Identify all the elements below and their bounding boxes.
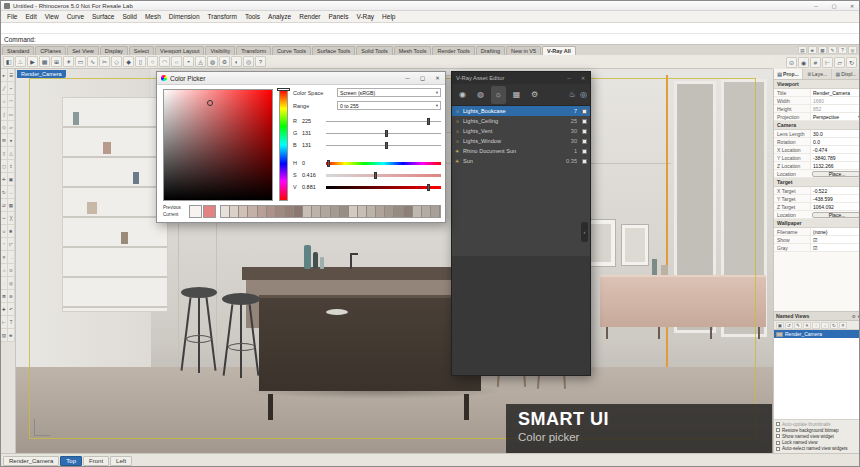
history-toggle-icon[interactable]: ↻ xyxy=(846,57,857,68)
color-picker-titlebar[interactable]: Color Picker ─ ▢ ✕ xyxy=(157,72,445,85)
refresh-thumbnails-icon[interactable]: ↻ xyxy=(830,322,838,329)
vray-interactive-render-icon[interactable]: ▶ xyxy=(27,56,38,67)
toolbar-tab[interactable]: CPlanes xyxy=(35,46,66,55)
menu-item[interactable]: Solid xyxy=(118,12,140,21)
light-enabled-checkbox[interactable] xyxy=(582,159,587,164)
palette-swatch[interactable] xyxy=(404,206,413,217)
vray-settings-icon[interactable]: ⚙ xyxy=(219,56,230,67)
palette-swatch[interactable] xyxy=(340,206,349,217)
light-intensity-value[interactable]: 1 xyxy=(561,148,577,154)
palette-swatch[interactable] xyxy=(312,206,321,217)
vray-dome-light-icon[interactable]: ◓ xyxy=(183,56,194,67)
menu-item[interactable]: Curve xyxy=(63,12,88,21)
layers-panel-icon[interactable]: ≣ xyxy=(808,46,817,54)
slider-thumb[interactable] xyxy=(385,130,388,137)
osnap-toggle-icon[interactable]: ⊙ xyxy=(786,57,797,68)
color-space-select[interactable]: Screen (sRGB) ▾ xyxy=(337,88,441,97)
polyline-icon[interactable]: ⌐ xyxy=(8,82,15,95)
palette-swatch[interactable] xyxy=(294,206,303,217)
light-intensity-value[interactable]: 30 xyxy=(561,138,577,144)
viewport-title-label[interactable]: Render_Camera xyxy=(17,70,66,78)
vray-editor-titlebar[interactable]: V-Ray Asset Editor ─ ✕ xyxy=(452,72,590,84)
toolbar-tab[interactable]: New in V5 xyxy=(506,46,541,55)
vray-spot-light-icon[interactable]: ◠ xyxy=(159,56,170,67)
menu-item[interactable]: Tools xyxy=(241,12,264,21)
color-selection-marker[interactable] xyxy=(207,100,213,106)
panel-gear-icon[interactable]: ⚙ xyxy=(852,314,856,319)
select-pointer-icon[interactable]: ▸ xyxy=(1,69,8,82)
palette-swatch[interactable] xyxy=(230,206,239,217)
surface-icon[interactable]: ▱ xyxy=(8,121,15,134)
property-value[interactable]: 1064.092 xyxy=(810,203,860,210)
menu-item[interactable]: Transform xyxy=(204,12,241,21)
vray-scene-export-icon[interactable]: ◇ xyxy=(111,56,122,67)
grid-snap-toggle-icon[interactable]: # xyxy=(810,57,821,68)
menu-item[interactable]: File xyxy=(3,12,21,21)
panel-tab[interactable]: ▤ Prop... xyxy=(774,69,803,79)
menu-item[interactable]: View xyxy=(41,12,63,21)
checkbox[interactable] xyxy=(776,428,780,432)
option-row[interactable]: Auto-update thumbnails xyxy=(776,422,860,427)
palette-swatch[interactable] xyxy=(221,206,230,217)
vray-material-library-icon[interactable]: ◍ xyxy=(207,56,218,67)
menu-item[interactable]: Render xyxy=(295,12,324,21)
checkbox[interactable] xyxy=(776,441,780,445)
array-icon[interactable]: ▦ xyxy=(8,199,15,212)
toolbar-tab[interactable]: Drafting xyxy=(476,46,505,55)
property-value[interactable]: Perspective xyxy=(810,113,860,120)
selection-menu-icon[interactable]: ☰ xyxy=(8,69,15,82)
mirror-icon[interactable]: ⇄ xyxy=(1,199,8,212)
arc-icon[interactable]: ◠ xyxy=(8,95,15,108)
vray-denoiser-icon[interactable]: ◐ xyxy=(231,56,242,67)
fillet-icon[interactable]: ◜ xyxy=(1,238,8,251)
property-value[interactable]: -438.599 xyxy=(810,195,860,202)
channel-value[interactable]: 0.881 xyxy=(302,184,326,190)
viewport-tab[interactable]: Left xyxy=(110,456,132,466)
circle-icon[interactable]: ○ xyxy=(1,95,8,108)
split-icon[interactable]: ╳ xyxy=(8,212,15,225)
point-icon[interactable]: ⊙ xyxy=(8,264,15,277)
viewport-tab[interactable]: Render_Camera xyxy=(3,456,59,466)
expand-settings-arrow[interactable]: ‹ xyxy=(581,222,588,242)
vray-infinite-plane-icon[interactable]: ▭ xyxy=(75,56,86,67)
settings-tab-icon[interactable]: ⚙ xyxy=(527,86,542,104)
zoom-icon[interactable]: ⊕ xyxy=(8,290,15,303)
display-panel-icon[interactable]: ▦ xyxy=(818,46,827,54)
undo-view-icon[interactable]: ↶ xyxy=(8,303,15,316)
property-value[interactable]: 30.0 xyxy=(810,130,860,137)
toolbar-tab[interactable]: Standard xyxy=(2,46,34,55)
sphere-icon[interactable]: ● xyxy=(8,134,15,147)
light-list-item[interactable]: ☀ Rhino Document Sun 1 xyxy=(452,146,590,156)
vray-render-icon[interactable]: ♨ xyxy=(15,56,26,67)
geometry-tab-icon[interactable]: ▦ xyxy=(509,86,524,104)
palette-swatch[interactable] xyxy=(267,206,276,217)
palette-swatch[interactable] xyxy=(413,206,422,217)
light-enabled-checkbox[interactable] xyxy=(582,109,587,114)
toolbar-tab[interactable]: Solid Tools xyxy=(356,46,393,55)
property-value[interactable]: 1132.266 xyxy=(810,162,860,169)
command-history[interactable] xyxy=(1,23,860,34)
notes-panel-icon[interactable]: ✎ xyxy=(828,46,837,54)
option-row[interactable]: Restore background bitmap xyxy=(776,428,860,433)
light-list-item[interactable]: ☼ Lights_Vent 30 xyxy=(452,126,590,136)
light-intensity-value[interactable]: 0.35 xyxy=(561,158,577,164)
explode-icon[interactable]: ✱ xyxy=(8,225,15,238)
lock-icon[interactable]: ⊠ xyxy=(1,290,8,303)
property-value[interactable]: -0.522 xyxy=(810,187,860,194)
palette-swatch[interactable] xyxy=(285,206,294,217)
minimize-button[interactable]: ─ xyxy=(807,1,825,10)
dimension-icon[interactable]: ⊢ xyxy=(1,316,8,329)
plane-icon[interactable]: ◻ xyxy=(1,160,8,173)
toolbar-tab[interactable]: Set View xyxy=(67,46,99,55)
vray-batch-render-icon[interactable]: ⊞ xyxy=(51,56,62,67)
light-list-item[interactable]: ☼ Lights_Bookcase 7 xyxy=(452,106,590,116)
checkbox[interactable] xyxy=(776,434,780,438)
offset-icon[interactable]: ≡ xyxy=(1,251,8,264)
frame-buffer-icon[interactable]: ◎ xyxy=(580,90,587,99)
slider-track[interactable] xyxy=(326,118,441,125)
property-value[interactable]: -3840.789 xyxy=(810,154,860,161)
vray-camera-icon[interactable]: ◎ xyxy=(243,56,254,67)
save-view-icon[interactable]: ▣ xyxy=(776,322,784,329)
vray-rect-light-icon[interactable]: ▯ xyxy=(135,56,146,67)
menu-item[interactable]: V-Ray xyxy=(352,12,378,21)
